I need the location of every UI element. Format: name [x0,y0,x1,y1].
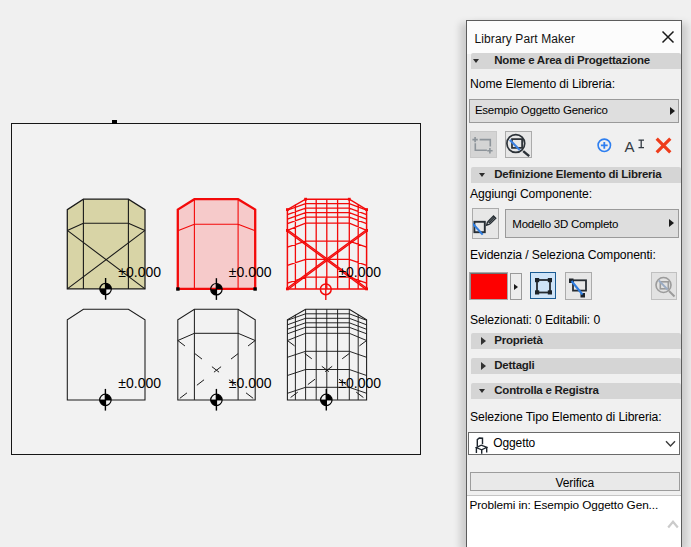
svg-text:±0.000: ±0.000 [118,264,161,280]
svg-text:±0.000: ±0.000 [338,264,381,280]
svg-text:±0.000: ±0.000 [118,375,161,391]
svg-text:±0.000: ±0.000 [229,264,272,280]
svg-text:±0.000: ±0.000 [229,375,272,391]
svg-text:±0.000: ±0.000 [338,375,381,391]
